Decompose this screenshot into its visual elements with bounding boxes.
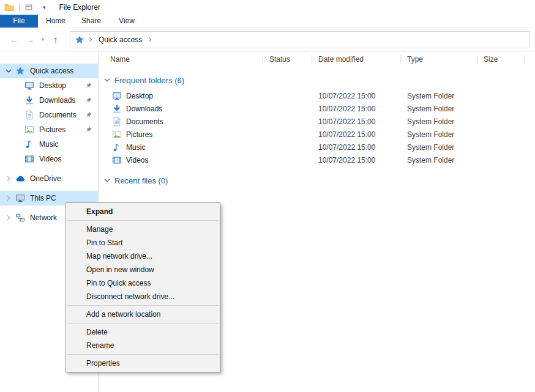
cell-date-modified: 10/07/2022 15:00	[312, 130, 401, 139]
pictures-icon	[112, 130, 122, 139]
menu-item-map-network-drive[interactable]: Map network drive...	[66, 250, 220, 263]
cell-date-modified: 10/07/2022 15:00	[312, 156, 401, 165]
file-row-pictures[interactable]: Pictures 10/07/2022 15:00 System Folder	[99, 128, 535, 141]
sidebar-item-label: Quick access	[30, 67, 73, 75]
sidebar-item-quick-access[interactable]: Quick access	[0, 64, 98, 78]
cell-date-modified: 10/07/2022 15:00	[312, 92, 401, 100]
sidebar-item-onedrive[interactable]: OneDrive	[0, 171, 98, 186]
group-label: Recent files (0)	[114, 176, 168, 185]
music-icon	[112, 142, 122, 152]
sidebar-item-label: This PC	[30, 194, 56, 202]
column-headers: Name Status Date modified Type Size	[99, 51, 535, 67]
file-name: Desktop	[126, 92, 153, 100]
chevron-right-icon[interactable]	[4, 174, 13, 183]
column-header-status[interactable]: Status	[263, 51, 312, 67]
cell-type: System Folder	[401, 130, 477, 139]
pin-icon	[85, 111, 92, 119]
sidebar-item-label: Documents	[39, 111, 77, 119]
pictures-icon	[24, 125, 34, 135]
cell-type: System Folder	[401, 117, 477, 126]
menu-item-disconnect-network-drive[interactable]: Disconnect network drive...	[66, 290, 220, 303]
cell-name: Desktop	[99, 91, 263, 101]
tab-home[interactable]: Home	[38, 15, 73, 28]
menu-item-delete[interactable]: Delete	[66, 325, 220, 339]
chevron-down-icon[interactable]	[103, 76, 111, 84]
chevron-right-icon[interactable]	[87, 36, 94, 43]
menu-item-add-network-location[interactable]: Add a network location	[66, 308, 220, 321]
menu-item-pin-to-quick-access[interactable]: Pin to Quick access	[66, 276, 220, 290]
documents-icon	[24, 110, 34, 120]
column-header-type[interactable]: Type	[401, 51, 477, 67]
chevron-down-icon[interactable]	[103, 176, 111, 185]
sidebar-item-desktop[interactable]: Desktop	[0, 78, 98, 93]
desktop-icon	[24, 81, 34, 91]
menu-separator	[67, 305, 219, 306]
file-row-desktop[interactable]: Desktop 10/07/2022 15:00 System Folder	[99, 89, 535, 102]
quick-access-toolbar-icon[interactable]	[24, 3, 33, 12]
menu-item-open-in-new-window[interactable]: Open in new window	[66, 263, 220, 276]
window-title: File Explorer	[59, 3, 100, 12]
menu-separator	[67, 323, 219, 324]
sidebar-item-pictures[interactable]: Pictures	[0, 122, 98, 137]
ribbon-tabs: File Home Share View	[0, 15, 535, 28]
tab-share[interactable]: Share	[73, 15, 109, 28]
column-header-date-modified[interactable]: Date modified	[312, 51, 401, 67]
customize-toolbar-chevron-icon[interactable]: ▾	[43, 4, 46, 10]
group-header-recent-files[interactable]: Recent files (0)	[103, 174, 535, 187]
chevron-right-icon[interactable]	[146, 36, 154, 43]
file-explorer-icon	[4, 2, 14, 12]
chevron-right-icon[interactable]	[4, 194, 13, 202]
file-row-downloads[interactable]: Downloads 10/07/2022 15:00 System Folder	[99, 102, 535, 115]
file-row-videos[interactable]: Videos 10/07/2022 15:00 System Folder	[99, 153, 535, 166]
menu-item-rename[interactable]: Rename	[66, 339, 220, 352]
desktop-icon	[112, 91, 122, 101]
cell-date-modified: 10/07/2022 15:00	[312, 143, 401, 152]
menu-separator	[67, 354, 219, 355]
this-pc-icon	[15, 193, 25, 203]
sidebar-item-music[interactable]: Music	[0, 137, 98, 152]
cell-name: Pictures	[99, 130, 263, 139]
file-row-documents[interactable]: Documents 10/07/2022 15:00 System Folder	[99, 115, 535, 128]
address-bar[interactable]: Quick access	[70, 31, 530, 48]
sidebar-item-label: Network	[30, 213, 57, 222]
cell-name: Videos	[99, 155, 263, 165]
cell-name: Downloads	[99, 104, 263, 114]
group-header-frequent-folders[interactable]: Frequent folders (6)	[103, 73, 535, 87]
onedrive-icon	[15, 174, 25, 183]
menu-item-pin-to-start[interactable]: Pin to Start	[66, 236, 220, 250]
file-name: Music	[126, 143, 145, 152]
menu-item-manage[interactable]: Manage	[66, 223, 220, 236]
up-button[interactable]: ↑	[48, 34, 64, 45]
recent-locations-dropdown-icon[interactable]: ▾	[38, 37, 48, 42]
forward-button[interactable]: →	[22, 34, 38, 45]
menu-separator	[67, 220, 219, 221]
network-icon	[15, 213, 25, 223]
back-button[interactable]: ←	[6, 34, 22, 45]
pin-icon	[85, 97, 92, 104]
tab-view[interactable]: View	[109, 15, 144, 28]
breadcrumb-quick-access[interactable]: Quick access	[97, 35, 144, 44]
downloads-icon	[112, 104, 122, 114]
sidebar-item-label: Desktop	[39, 81, 66, 90]
cell-type: System Folder	[401, 105, 477, 113]
cell-type: System Folder	[401, 143, 477, 152]
column-header-size[interactable]: Size	[477, 51, 525, 67]
toolbar-divider	[19, 3, 20, 12]
pin-icon	[85, 126, 92, 133]
tab-file[interactable]: File	[0, 15, 38, 28]
menu-item-expand[interactable]: Expand	[66, 205, 220, 218]
sidebar-item-downloads[interactable]: Downloads	[0, 93, 98, 108]
cell-type: System Folder	[401, 92, 477, 100]
file-row-music[interactable]: Music 10/07/2022 15:00 System Folder	[99, 141, 535, 153]
context-menu: Expand Manage Pin to Start Map network d…	[65, 202, 220, 372]
chevron-right-icon[interactable]	[4, 213, 13, 222]
sidebar-item-documents[interactable]: Documents	[0, 108, 98, 122]
menu-item-properties[interactable]: Properties	[66, 357, 220, 370]
sidebar-item-videos[interactable]: Videos	[0, 152, 98, 166]
chevron-down-icon[interactable]	[4, 67, 13, 75]
downloads-icon	[24, 95, 34, 105]
file-name: Pictures	[126, 130, 152, 139]
column-header-name[interactable]: Name	[99, 51, 263, 67]
sidebar-item-label: Pictures	[39, 125, 65, 134]
cell-name: Documents	[99, 117, 263, 127]
